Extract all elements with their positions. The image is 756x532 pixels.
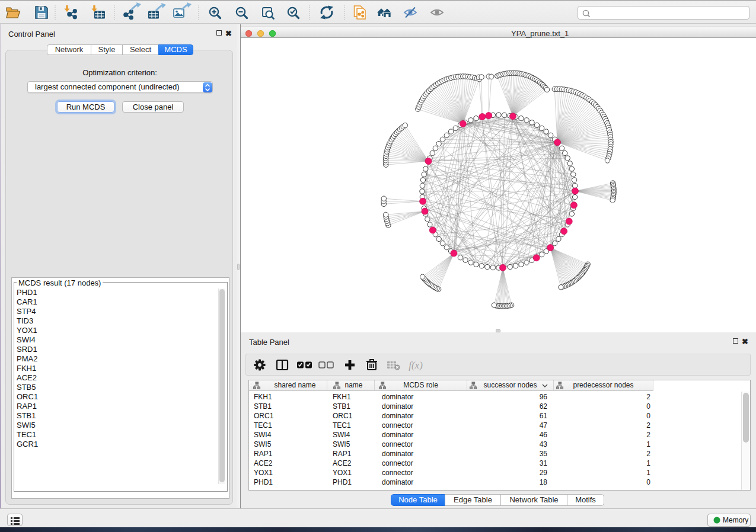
svg-text:f(x): f(x) <box>409 360 423 371</box>
